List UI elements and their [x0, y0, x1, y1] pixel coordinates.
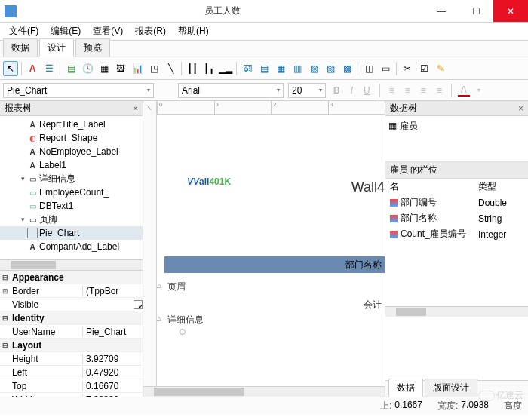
checkbox-tool-icon[interactable]: ☑: [416, 61, 431, 76]
tree-item[interactable]: ANoEmployee_Label: [0, 145, 143, 158]
menu-view[interactable]: 查看(V): [87, 23, 129, 39]
barcode-tool-icon[interactable]: ┃┃: [185, 61, 200, 76]
band-collapse-icon[interactable]: △: [157, 315, 161, 322]
dbrich-tool-icon[interactable]: ▦: [273, 61, 288, 76]
property-grid[interactable]: ⊟Appearance ⊞Border(TppBor Visible✓ ⊟Ide…: [0, 270, 143, 397]
menu-file[interactable]: 文件(F): [3, 23, 45, 39]
maximize-button[interactable]: ☐: [459, 0, 493, 22]
richtext-tool-icon[interactable]: ▤: [63, 61, 78, 76]
date-tool-icon[interactable]: 🕓: [80, 61, 95, 76]
chart-placeholder-icon[interactable]: [180, 329, 186, 335]
tree-item[interactable]: ▾▭页脚: [0, 213, 143, 226]
underline-button[interactable]: U: [361, 85, 373, 96]
tree-item[interactable]: ▾▭详细信息: [0, 172, 143, 185]
font-color-button[interactable]: A: [458, 84, 470, 97]
logo[interactable]: VVall401K: [187, 160, 231, 192]
tree-scrollbar[interactable]: [0, 259, 143, 270]
design-surface[interactable]: VVall401K Wall4 部门名称 △ 页眉 会计 △ 详细信息: [157, 115, 385, 386]
tree-item[interactable]: ▭EmployeeCount_: [0, 185, 143, 199]
pointer-tool-icon[interactable]: ↖: [3, 61, 18, 76]
menu-edit[interactable]: 编辑(E): [45, 23, 87, 39]
tree-item[interactable]: Pie_Chart: [0, 226, 143, 240]
field-row[interactable]: 部门名称String: [385, 210, 528, 226]
dbmemo-tool-icon[interactable]: ▤: [256, 61, 272, 76]
prop-cat-appearance[interactable]: Appearance: [11, 272, 143, 283]
status-up-value: 0.1667: [394, 400, 422, 412]
prop-cat-layout[interactable]: Layout: [11, 340, 143, 351]
pagebreak-tool-icon[interactable]: ✂: [400, 61, 415, 76]
logo-subtitle[interactable]: Wall4: [351, 179, 385, 195]
bargraph-tool-icon[interactable]: ▁▂: [218, 61, 233, 76]
tree-item[interactable]: ACompantAdd_Label: [0, 240, 143, 253]
dbbarcode-tool-icon[interactable]: ▩: [339, 61, 355, 76]
right-tab-layout[interactable]: 版面设计: [425, 379, 477, 397]
field-row[interactable]: Count_雇员编号Integer: [385, 226, 528, 242]
left-pane: 报表树 × AReprtTitle_Label◐Report_ShapeANoE…: [0, 101, 143, 397]
label-tool-icon[interactable]: A: [25, 61, 40, 76]
prop-border[interactable]: Border: [11, 286, 82, 296]
dbchart-tool-icon[interactable]: ▨: [323, 61, 338, 76]
prop-left[interactable]: Left: [11, 367, 82, 378]
region-tool-icon[interactable]: ◫: [361, 61, 376, 76]
italic-button[interactable]: I: [348, 85, 356, 96]
visible-checkbox[interactable]: ✓: [134, 300, 143, 309]
tree-item[interactable]: ▭DBText1: [0, 199, 143, 213]
dbcalc-tool-icon[interactable]: ▥: [290, 61, 305, 76]
status-width-value: 7.0938: [461, 400, 489, 412]
menu-help[interactable]: 帮助(H): [172, 23, 215, 39]
prop-username[interactable]: UserName: [11, 326, 82, 337]
chart-tool-icon[interactable]: 📊: [130, 61, 145, 76]
band-collapse-icon[interactable]: △: [157, 282, 161, 289]
close-icon[interactable]: ×: [518, 103, 523, 114]
chevron-down-icon[interactable]: ▾: [474, 87, 483, 94]
tab-data[interactable]: 数据: [3, 38, 38, 57]
status-width-label: 宽度:: [437, 400, 458, 412]
shape-tool-icon[interactable]: ◳: [146, 61, 161, 76]
fields-list[interactable]: 部门编号Double部门名称StringCount_雇员编号Integer: [385, 195, 528, 242]
dbimage-tool-icon[interactable]: ▧: [306, 61, 321, 76]
align-left-icon[interactable]: ≡: [386, 85, 398, 96]
tree-item[interactable]: AReprtTitle_Label: [0, 118, 143, 131]
highlight-tool-icon[interactable]: ✎: [433, 61, 448, 76]
prop-top[interactable]: Top: [11, 381, 82, 391]
memo-tool-icon[interactable]: ☰: [41, 61, 57, 76]
object-selector[interactable]: Pie_Chart ▾: [3, 83, 154, 98]
data-tree[interactable]: ▦ 雇员: [385, 116, 528, 161]
line-tool-icon[interactable]: ╲: [163, 61, 178, 76]
prop-height[interactable]: Height: [11, 354, 82, 364]
prop-visible[interactable]: Visible: [11, 299, 130, 310]
right-tab-data[interactable]: 数据: [388, 379, 423, 397]
band-detail-label[interactable]: 详细信息: [167, 314, 204, 326]
column-header-bar[interactable]: 部门名称: [164, 256, 385, 273]
field-row[interactable]: 部门编号Double: [385, 195, 528, 210]
sample-text[interactable]: 会计: [364, 299, 382, 311]
barcode2-tool-icon[interactable]: ┃╻: [201, 61, 216, 76]
align-justify-icon[interactable]: ≡: [434, 85, 445, 96]
tree-item[interactable]: ALabel1: [0, 158, 143, 172]
minimize-button[interactable]: —: [424, 0, 459, 22]
band-header-label[interactable]: 页眉: [167, 281, 186, 293]
close-button[interactable]: ✕: [493, 0, 528, 22]
tree-item[interactable]: ◐Report_Shape: [0, 131, 143, 145]
font-size-selector[interactable]: 20 ▾: [288, 83, 326, 98]
data-tree-item[interactable]: ▦ 雇员: [388, 119, 525, 133]
report-tree-title: 报表树: [5, 102, 32, 115]
right-scrollbar[interactable]: [385, 306, 528, 317]
subreport-tool-icon[interactable]: ▭: [378, 61, 393, 76]
prop-width[interactable]: Width: [11, 394, 82, 397]
close-icon[interactable]: ×: [133, 103, 138, 114]
tab-preview[interactable]: 预览: [75, 38, 110, 57]
calc-tool-icon[interactable]: ▦: [97, 61, 112, 76]
menu-report[interactable]: 报表(R): [129, 23, 172, 39]
align-center-icon[interactable]: ≡: [402, 85, 413, 96]
tab-design[interactable]: 设计: [39, 38, 74, 57]
A-icon: A: [27, 160, 38, 170]
align-right-icon[interactable]: ≡: [418, 85, 429, 96]
bold-button[interactable]: B: [330, 85, 343, 96]
canvas-h-scrollbar[interactable]: [143, 386, 385, 397]
font-selector[interactable]: Arial ▾: [178, 83, 284, 98]
dbtext-tool-icon[interactable]: 🗟: [240, 61, 255, 76]
image-tool-icon[interactable]: 🖼: [113, 61, 128, 76]
prop-cat-identity[interactable]: Identity: [11, 313, 143, 323]
report-tree[interactable]: AReprtTitle_Label◐Report_ShapeANoEmploye…: [0, 116, 143, 259]
